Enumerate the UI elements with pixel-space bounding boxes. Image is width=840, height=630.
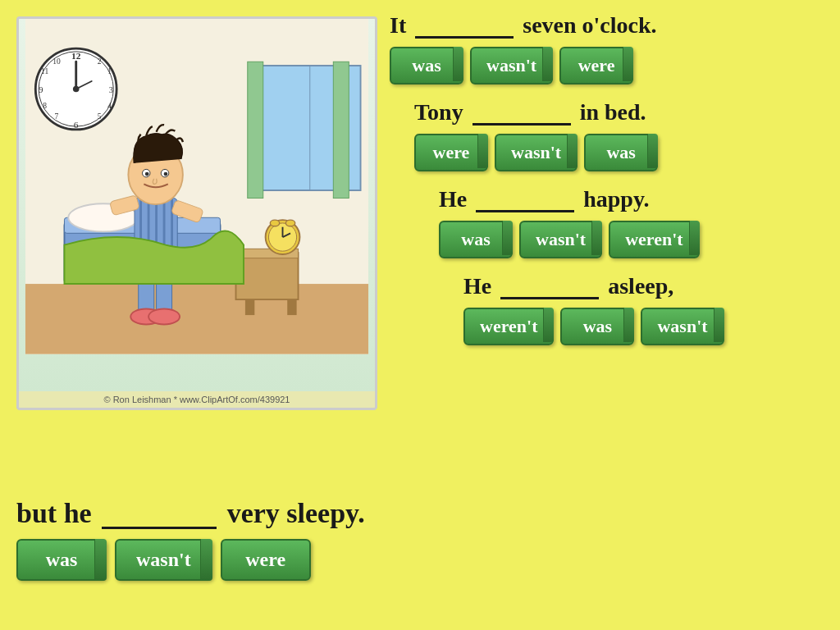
cartoon-image-area: 12 3 6 9 2 1 10 11 4 5 7 8 <box>16 16 377 410</box>
svg-point-19 <box>73 86 80 93</box>
option-5-were[interactable]: were <box>221 539 311 581</box>
svg-text:11: 11 <box>41 67 48 75</box>
svg-rect-52 <box>248 62 263 198</box>
option-4-was[interactable]: was <box>560 308 634 345</box>
svg-point-45 <box>164 172 168 176</box>
option-5-was[interactable]: was <box>16 539 107 581</box>
sentence-group-4: He asleep, weren't was wasn't <box>463 273 829 345</box>
option-3-werent[interactable]: weren't <box>609 221 699 258</box>
options-row-4: weren't was wasn't <box>463 308 829 345</box>
options-row-3: was wasn't weren't <box>439 221 829 258</box>
bottom-sentence-text: but he very sleepy. <box>16 498 824 529</box>
option-5-wasnt[interactable]: wasn't <box>115 539 212 581</box>
svg-text:9: 9 <box>39 85 43 94</box>
bottom-section: but he very sleepy. was wasn't were <box>16 498 824 581</box>
options-row-2: were wasn't was <box>414 134 829 171</box>
svg-point-49 <box>148 308 180 324</box>
option-2-was[interactable]: was <box>584 134 658 171</box>
svg-text:2: 2 <box>98 57 102 66</box>
option-3-was[interactable]: was <box>439 221 513 258</box>
svg-rect-53 <box>333 62 349 198</box>
blank-1 <box>415 36 514 39</box>
option-2-wasnt[interactable]: wasn't <box>495 134 578 171</box>
blank-4 <box>500 297 599 299</box>
svg-text:7: 7 <box>55 112 59 121</box>
blank-3 <box>476 210 574 212</box>
sentence-group-1: It seven o'clock. was wasn't were <box>390 12 829 84</box>
cartoon-scene: 12 3 6 9 2 1 10 11 4 5 7 8 <box>19 19 375 391</box>
sentence-group-2: Tony in bed. were wasn't was <box>414 99 829 171</box>
svg-text:1: 1 <box>107 67 112 75</box>
svg-text:6: 6 <box>74 120 79 130</box>
blank-2 <box>472 123 571 126</box>
option-1-was[interactable]: was <box>390 47 463 84</box>
option-3-wasnt[interactable]: wasn't <box>519 221 602 258</box>
svg-rect-32 <box>287 299 296 315</box>
sentence-2-text: Tony in bed. <box>414 99 829 126</box>
option-4-wasnt[interactable]: wasn't <box>641 308 724 345</box>
option-2-were[interactable]: were <box>414 134 488 171</box>
content-area: It seven o'clock. was wasn't were Tony i… <box>390 12 829 360</box>
sentence-3-text: He happy. <box>439 186 829 212</box>
sentence-4-text: He asleep, <box>463 273 829 299</box>
option-4-werent[interactable]: weren't <box>463 308 554 345</box>
option-1-were[interactable]: were <box>559 47 633 84</box>
svg-text:10: 10 <box>52 57 61 66</box>
svg-text:12: 12 <box>71 51 81 61</box>
svg-point-30 <box>285 220 294 226</box>
svg-point-29 <box>270 220 279 226</box>
svg-text:4: 4 <box>107 102 112 110</box>
svg-rect-23 <box>236 253 299 299</box>
svg-rect-2 <box>25 284 368 354</box>
copyright-text: © Ron Leishman * www.ClipArtOf.com/43992… <box>101 391 294 408</box>
bottom-options-row: was wasn't were <box>16 539 824 581</box>
sentence-1-text: It seven o'clock. <box>390 12 829 39</box>
svg-point-44 <box>145 172 149 176</box>
options-row-1: was wasn't were <box>390 47 829 84</box>
page: 12 3 6 9 2 1 10 11 4 5 7 8 <box>0 0 840 630</box>
svg-text:8: 8 <box>43 102 47 110</box>
sentence-group-3: He happy. was wasn't weren't <box>439 186 829 258</box>
blank-5 <box>102 527 217 529</box>
option-1-wasnt[interactable]: wasn't <box>470 47 553 84</box>
svg-rect-31 <box>245 299 254 315</box>
svg-text:5: 5 <box>98 112 102 121</box>
svg-text:3: 3 <box>109 85 113 94</box>
